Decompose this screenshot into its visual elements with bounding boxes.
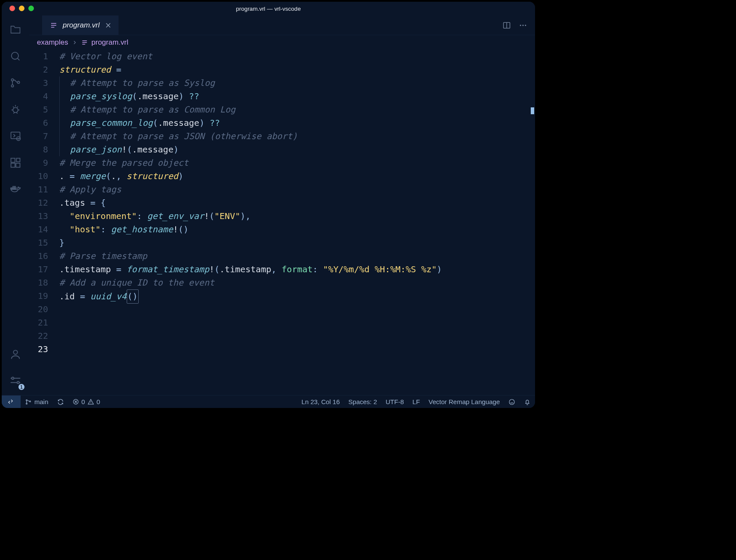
breadcrumb-folder[interactable]: examples [37, 38, 68, 47]
notifications-icon[interactable] [520, 399, 535, 405]
zoom-window-button[interactable] [28, 6, 34, 11]
svg-rect-7 [11, 158, 15, 162]
window-title: program.vrl — vrl-vscode [236, 6, 301, 12]
svg-rect-8 [11, 163, 15, 167]
git-branch[interactable]: main [21, 398, 53, 405]
svg-point-3 [17, 81, 19, 83]
settings-icon[interactable]: 1 [8, 374, 23, 388]
code-area[interactable]: # Vector log eventstructured = # Attempt… [59, 50, 527, 395]
code-line[interactable]: .timestamp = format_timestamp!(.timestam… [59, 263, 527, 276]
run-debug-icon[interactable] [8, 102, 23, 117]
cursor-position[interactable]: Ln 23, Col 16 [297, 398, 344, 405]
code-line[interactable]: .tags = { [59, 196, 527, 210]
minimap[interactable] [527, 50, 535, 395]
sync-button[interactable] [53, 399, 68, 405]
svg-point-1 [11, 79, 13, 81]
problems[interactable]: 0 0 [68, 398, 105, 405]
breadcrumb-file[interactable]: program.vrl [91, 38, 128, 47]
svg-point-20 [520, 24, 521, 26]
file-lines-icon [81, 39, 88, 46]
code-line[interactable]: # Vector log event [59, 50, 527, 63]
code-line[interactable]: # Attempt to parse as Common Log [59, 103, 527, 116]
svg-point-4 [13, 107, 18, 113]
svg-point-18 [17, 381, 19, 383]
split-editor-icon[interactable] [502, 21, 511, 30]
editor[interactable]: 1234567891011121314151617181920212223 # … [29, 50, 535, 395]
app-window: program.vrl — vrl-vscode [2, 2, 535, 408]
code-line[interactable]: "host": get_hostname!() [59, 223, 527, 236]
remote-explorer-icon[interactable] [8, 129, 23, 143]
svg-point-17 [12, 377, 14, 379]
close-window-button[interactable] [9, 6, 15, 11]
breadcrumb-sep [72, 40, 78, 46]
gutter[interactable]: 1234567891011121314151617181920212223 [29, 50, 59, 395]
code-line[interactable]: .id = uuid_v4() [59, 289, 527, 304]
minimap-marker [531, 107, 534, 114]
code-line[interactable]: # Add a unique ID to the event [59, 276, 527, 289]
code-line[interactable]: parse_common_log(.message) ?? [59, 116, 527, 130]
code-line[interactable]: . = merge(., structured) [59, 170, 527, 183]
close-tab-icon[interactable] [105, 22, 112, 29]
svg-rect-10 [16, 158, 20, 162]
source-control-icon[interactable] [8, 76, 23, 90]
code-line[interactable]: # Parse timestamp [59, 250, 527, 263]
code-line[interactable]: # Attempt to parse as JSON (otherwise ab… [59, 130, 527, 143]
explorer-icon[interactable] [8, 22, 23, 37]
window-controls [9, 6, 34, 11]
code-line[interactable]: } [59, 236, 527, 250]
svg-rect-5 [11, 132, 20, 139]
language-mode[interactable]: Vector Remap Language [424, 398, 504, 405]
docker-icon[interactable] [8, 182, 23, 197]
svg-rect-15 [15, 186, 16, 188]
svg-point-23 [26, 399, 27, 401]
svg-point-25 [30, 401, 31, 402]
svg-point-24 [26, 403, 27, 404]
activity-bar: 1 [2, 15, 29, 395]
svg-point-0 [12, 52, 18, 59]
tab-bar: program.vrl [29, 15, 535, 35]
remote-indicator[interactable] [2, 396, 21, 408]
tab-program-vrl[interactable]: program.vrl [42, 15, 119, 35]
code-line[interactable]: # Merge the parsed object [59, 156, 527, 170]
breadcrumbs[interactable]: examples program.vrl [29, 35, 535, 50]
status-bar: main 0 0 Ln 23, Col 16 Spaces: 2 UTF-8 L… [2, 395, 535, 408]
svg-rect-9 [16, 163, 20, 167]
code-line[interactable]: "environment": get_env_var!("ENV"), [59, 210, 527, 223]
editor-actions [502, 15, 535, 35]
more-actions-icon[interactable] [519, 21, 527, 30]
eol[interactable]: LF [408, 398, 425, 405]
indentation[interactable]: Spaces: 2 [344, 398, 381, 405]
code-line[interactable]: # Attempt to parse as Syslog [59, 76, 527, 90]
minimize-window-button[interactable] [19, 6, 24, 11]
tab-label: program.vrl [63, 21, 100, 30]
file-lines-icon [50, 21, 58, 29]
svg-rect-14 [13, 186, 14, 188]
svg-point-21 [523, 24, 524, 26]
svg-point-2 [11, 85, 13, 87]
svg-point-27 [509, 399, 514, 405]
accounts-icon[interactable] [8, 347, 23, 362]
extensions-icon[interactable] [8, 155, 23, 170]
feedback-icon[interactable] [504, 399, 520, 405]
settings-badge: 1 [18, 383, 25, 390]
svg-point-22 [525, 24, 526, 26]
titlebar[interactable]: program.vrl — vrl-vscode [2, 2, 535, 15]
svg-point-16 [13, 350, 17, 354]
encoding[interactable]: UTF-8 [381, 398, 408, 405]
code-line[interactable]: parse_syslog(.message) ?? [59, 90, 527, 103]
code-line[interactable]: structured = [59, 63, 527, 76]
code-line[interactable]: # Apply tags [59, 183, 527, 196]
search-icon[interactable] [8, 49, 23, 64]
code-line[interactable]: parse_json!(.message) [59, 143, 527, 156]
